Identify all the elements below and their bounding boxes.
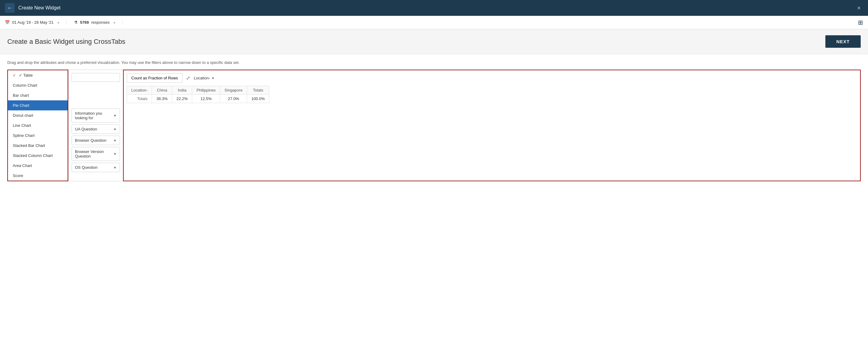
table-header-totals: Totals [247, 86, 269, 95]
os-dropdown-chevron: ▼ [113, 166, 117, 169]
page-title: Create a Basic Widget using CrossTabs [7, 38, 125, 46]
chart-type-stacked-bar-chart[interactable]: Stacked Bar Chart [8, 141, 68, 150]
table-header-china: China [152, 86, 172, 95]
location-label: Location- [194, 76, 210, 80]
ua-dropdown-label: UA Question [75, 127, 97, 131]
location-caret[interactable]: ▼ [211, 76, 215, 80]
table-header-india: India [172, 86, 192, 95]
responses-count: 5769 [80, 20, 89, 25]
chart-type-panel: ✓ TableColumn ChartBar chartPie ChartDon… [7, 70, 68, 181]
os-dropdown-label: OS Question [75, 165, 97, 170]
browser-dropdown[interactable]: Browser Question▼ [71, 136, 120, 145]
ua-dropdown[interactable]: UA Question▼ [71, 125, 120, 134]
next-button[interactable]: NEXT [825, 35, 861, 48]
table-cell-1: 38.3% [152, 95, 172, 103]
date-filter-arrow: ◂ [57, 21, 59, 25]
responses-label: responses [91, 20, 110, 25]
back-button[interactable]: ← [5, 3, 14, 13]
info-dropdown[interactable]: Information you looking for▼ [71, 109, 120, 122]
fraction-button[interactable]: Count as Fraction of Rows [127, 73, 182, 83]
browser-dropdown-chevron: ▼ [113, 139, 117, 142]
chart-type-spline-chart[interactable]: Spline Chart [8, 131, 68, 141]
close-button[interactable]: × [855, 3, 863, 13]
main-content: Drag and drop the attributes and chose a… [0, 54, 868, 187]
table-header-singapore: Singapore [220, 86, 247, 95]
dropdown-items-list: Information you looking for▼UA Question▼… [71, 109, 120, 172]
calendar-icon: 📅 [5, 20, 10, 25]
chart-type-column-chart[interactable]: Column Chart [8, 80, 68, 90]
browser-version-dropdown-label: Browser Version Question [75, 149, 113, 158]
browser-version-dropdown[interactable]: Browser Version Question▼ [71, 147, 120, 161]
info-dropdown-label: Information you looking for [75, 111, 113, 120]
filter-icon: ⚗ [74, 20, 78, 25]
chart-type-table[interactable]: ✓ Table [8, 70, 68, 80]
search-input[interactable] [71, 73, 120, 82]
date-range-text: 01 Aug '19 - 28 May '21 [12, 20, 54, 25]
responses-filter[interactable]: ⚗ 5769 responses ◂ [67, 20, 123, 25]
expand-icon[interactable]: ⤢ [186, 75, 190, 81]
table-header-location-: Location- [127, 86, 152, 95]
chart-type-stacked-column-chart[interactable]: Stacked Column Chart [8, 150, 68, 161]
stacked-layers-icon[interactable]: ⊞ [858, 19, 863, 26]
ua-dropdown-chevron: ▼ [113, 128, 117, 131]
table-cell-4: 27.0% [220, 95, 247, 103]
header-bar: ← Create New Widget × [0, 0, 868, 16]
table-cell-2: 22.2% [172, 95, 192, 103]
responses-filter-arrow: ◂ [113, 21, 115, 25]
data-panel-top: Count as Fraction of Rows ⤢ Location- ▼ [127, 73, 857, 83]
browser-version-dropdown-chevron: ▼ [113, 152, 117, 156]
close-icon: × [857, 5, 861, 11]
back-icon: ← [7, 5, 12, 11]
chart-type-score[interactable]: Score [8, 171, 68, 181]
browser-dropdown-label: Browser Question [75, 138, 106, 143]
data-table: Location-ChinaIndiaPhilippinesSingaporeT… [127, 86, 269, 103]
chart-type-bar-chart[interactable]: Bar chart [8, 90, 68, 100]
chart-type-line-chart[interactable]: Line Chart [8, 120, 68, 131]
page-header: Create a Basic Widget using CrossTabs NE… [0, 29, 868, 54]
instruction-text: Drag and drop the attributes and chose a… [7, 60, 861, 65]
widget-area: ✓ TableColumn ChartBar chartPie ChartDon… [7, 70, 861, 181]
table-cell-0: Totals [127, 95, 152, 103]
table-header-philippines: Philippines [192, 86, 220, 95]
table-cell-5: 100.0% [247, 95, 269, 103]
filter-bar: 📅 01 Aug '19 - 28 May '21 ◂ ⚗ 5769 respo… [0, 16, 868, 29]
location-badge: Location- ▼ [194, 76, 214, 80]
chart-type-pie-chart[interactable]: Pie Chart [8, 100, 68, 110]
table-row: Totals38.3%22.2%12.5%27.0%100.0% [127, 95, 269, 103]
os-dropdown[interactable]: OS Question▼ [71, 163, 120, 172]
chart-type-donut-chart[interactable]: Donut chart [8, 110, 68, 120]
middle-panel: Information you looking for▼UA Question▼… [68, 70, 123, 181]
date-range-filter[interactable]: 📅 01 Aug '19 - 28 May '21 ◂ [5, 20, 67, 25]
chart-type-area-chart[interactable]: Area Chart [8, 161, 68, 171]
header-title: Create New Widget [18, 5, 851, 11]
data-panel: Count as Fraction of Rows ⤢ Location- ▼ … [123, 70, 861, 181]
table-cell-3: 12.5% [192, 95, 220, 103]
info-dropdown-chevron: ▼ [113, 114, 117, 117]
